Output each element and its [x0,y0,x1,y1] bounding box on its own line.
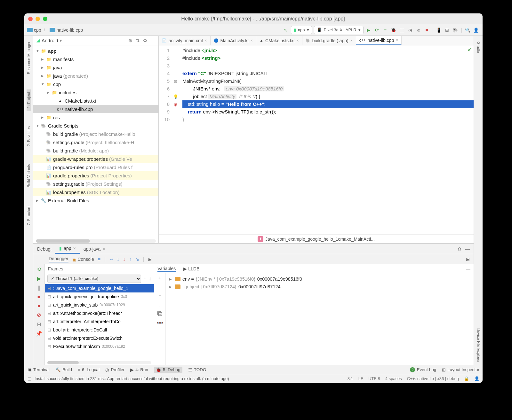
resource-manager-tab[interactable]: Resource Manager [27,39,31,77]
tree-node[interactable]: 📊gradle.properties(Project Properties) [33,171,158,180]
tree-node[interactable]: 📊local.properties(SDK Location) [33,188,158,196]
cursor-pos[interactable]: 8:1 [348,376,353,381]
code-editor[interactable]: 12345678910 ⊟💡◉ #include <jni.h>#include… [159,45,474,234]
debugger-subtab[interactable]: Debugger [49,256,68,262]
collapse-icon[interactable]: — [465,246,470,252]
favorites-tab[interactable]: 2: Favorites [27,124,31,149]
threads-icon[interactable]: ≡ [98,257,100,262]
project-tree[interactable]: ▼📁app▶📁manifests▶📁java▶📁java(generated)▼… [33,45,158,239]
layout-icon[interactable]: ⊞ [466,257,470,262]
console-subtab[interactable]: ▣ Console [72,257,94,262]
user-icon[interactable]: 👤 [473,27,479,33]
collapse-icon[interactable]: — [150,38,155,43]
frame-item[interactable]: ⊟art::interpreter::ArtInterpreterToCo [45,317,154,326]
rerun-icon[interactable]: ⟲ [37,266,41,272]
remove-watch-icon[interactable]: − [158,284,161,290]
project-view-header[interactable]: ◢ Android ▾ ⊕ ⇅ ✿ — [33,36,158,45]
frame-item[interactable]: ⊟art_quick_generic_jni_trampoline0x0 [45,292,154,301]
inspector-icon[interactable]: 👤 [474,376,479,381]
gear-icon[interactable]: ✿ [143,38,147,43]
copy-icon[interactable]: ⿻ [157,311,163,317]
lldb-tab[interactable]: ▶ LLDB [183,266,199,271]
collapse-icon[interactable]: — [466,266,470,271]
variable-row[interactable]: ▶ env = {JNIEnv * | 0x7a19e98516f0} 0x00… [169,275,470,283]
variables-list[interactable]: ▶ env = {JNIEnv * | 0x7a19e98516f0} 0x00… [166,273,474,365]
tree-node[interactable]: c++native-lib.cpp [33,105,158,113]
frame-item[interactable]: ⊟::Java_com_example_google_hello_1 [45,284,154,292]
next-frame-icon[interactable]: ↓ [149,276,151,282]
profiler-tab[interactable]: ◷Profiler [105,367,124,372]
editor-tab[interactable]: ▲CMakeLists.txt× [256,36,302,45]
close-icon[interactable]: × [350,38,353,43]
variables-tab[interactable]: Variables [157,266,176,272]
breadcrumb[interactable]: cpp 〉 native-lib.cpp [27,27,83,33]
debug-tab-app[interactable]: ▮ app × [55,244,80,254]
down-icon[interactable]: ↓ [159,302,161,308]
settings-icon[interactable]: ⊟ [37,321,41,327]
tree-node[interactable]: ▼🐘Gradle Scripts [33,121,158,130]
close-icon[interactable] [28,17,33,21]
stop-icon[interactable]: ■ [424,27,430,33]
gear-icon[interactable]: ✿ [458,246,461,252]
zoom-icon[interactable] [43,17,47,21]
tree-node[interactable]: ▶📁java(generated) [33,72,158,80]
frames-list[interactable]: ⊟::Java_com_example_google_hello_1⊟art_q… [45,284,154,361]
indent[interactable]: 4 spaces [385,376,402,381]
tree-node[interactable]: ▼📁cpp [33,80,158,88]
minimize-icon[interactable] [36,17,40,21]
frame-item[interactable]: ⊟ExecuteSwitchImplAsm0x00007a192 [45,342,154,351]
scrollbar[interactable] [47,361,151,364]
tree-node[interactable]: ▶📁manifests [33,55,158,63]
lock-icon[interactable]: 🔒 [464,376,469,381]
search-icon[interactable]: 🔍 [464,27,471,33]
pin-icon[interactable]: 📌 [36,331,42,337]
layout-inspector-tab[interactable]: ⊞Layout Inspector [442,367,479,372]
step-into-icon[interactable]: ↓ [117,257,119,262]
device-select[interactable]: 📱 Pixel 3a XL API R ▾ [314,26,364,34]
frame-item[interactable]: ⊟void art::interpreter::ExecuteSwitch [45,334,154,342]
close-icon[interactable]: × [396,38,398,43]
close-icon[interactable]: × [102,246,105,252]
coverage-icon[interactable]: ⬚ [399,27,405,33]
tree-node[interactable]: 📊gradle-wrapper.properties(Gradle Ve [33,155,158,163]
status-icon[interactable]: ▢ [28,376,31,381]
terminal-tab[interactable]: ▣Terminal [28,367,50,372]
close-icon[interactable]: × [251,38,253,43]
encoding[interactable]: UTF-8 [368,376,380,381]
tree-node[interactable]: ▶📁java [33,63,158,72]
line-ending[interactable]: LF [358,376,363,381]
resume-icon[interactable]: ▶ [37,276,41,282]
frame-item[interactable]: ⊟art_quick_invoke_stub0x00007a1929 [45,301,154,309]
sdk-icon[interactable]: ⊞ [444,27,450,33]
build-variants-tab[interactable]: Build Variants [27,161,31,190]
run-icon[interactable]: ▶ [365,27,372,33]
close-icon[interactable]: × [297,38,299,43]
tree-node[interactable]: ▶🔧External Build Files [33,196,158,205]
sync-icon[interactable]: 🐘 [452,27,459,33]
frame-item[interactable]: ⊟bool art::interpreter::DoCall [45,326,154,334]
code-content[interactable]: #include <jni.h>#include <string>extern … [179,45,474,234]
build-tab[interactable]: 🔨Build [55,367,72,372]
apply-changes-icon[interactable]: ⟳ [374,27,380,33]
variable-row[interactable]: ▶ {jobject | 0x7fff97d87124} 0x00007fff9… [169,283,470,291]
scrollbar[interactable] [36,239,156,243]
hammer-icon[interactable]: ↖ [283,27,289,33]
editor-tab[interactable]: 🐘build.gradle (:app)× [302,36,356,45]
structure-tab[interactable]: 7: Structure [27,203,31,228]
up-icon[interactable]: ↑ [159,293,161,299]
debug-tab-app-java[interactable]: app-java × [80,244,109,254]
debug-icon[interactable]: 🐞 [390,27,397,33]
run-tab[interactable]: ▶4: Run [130,367,148,372]
tree-node[interactable]: 🐘settings.gradle(Project Settings) [33,180,158,188]
target-icon[interactable]: ⊕ [128,38,132,43]
frame-item[interactable]: ⊟art::ArtMethod::Invoke(art::Thread* [45,309,154,317]
project-tab[interactable]: 1: Project [27,89,31,111]
editor-tab[interactable]: c++native-lib.cpp× [356,36,402,45]
tree-node[interactable]: ▶📁includes [33,88,158,97]
gradle-tab[interactable]: Gradle [476,39,481,56]
evaluate-icon[interactable]: ⊞ [148,257,152,262]
event-log-tab[interactable]: 2Event Log [410,367,436,372]
tree-node[interactable]: ▶📁res [33,113,158,121]
editor-breadcrumb[interactable]: f Java_com_example_google_hello_1cmake_M… [159,234,474,243]
apply-code-icon[interactable]: ≡ [382,27,388,33]
